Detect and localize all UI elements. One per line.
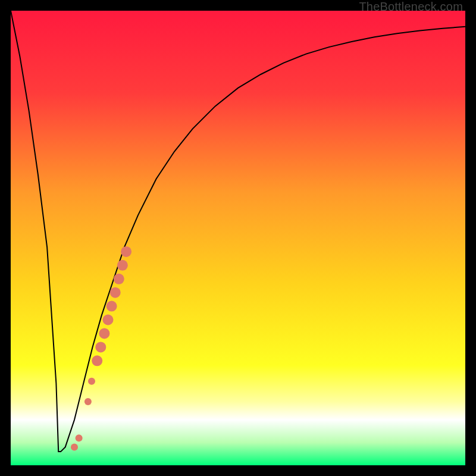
watermark-text: TheBottleneck.com: [359, 0, 463, 14]
marker-point: [121, 246, 131, 257]
marker-point: [103, 315, 114, 325]
marker-point: [107, 301, 117, 312]
marker-point: [71, 443, 78, 450]
plot-area: [11, 11, 465, 465]
marker-point: [110, 287, 121, 298]
highlight-markers: [71, 246, 131, 451]
chart-stage: TheBottleneck.com: [0, 0, 476, 476]
marker-point: [76, 434, 83, 441]
marker-point: [88, 378, 95, 385]
marker-point: [95, 342, 106, 352]
marker-point: [92, 355, 102, 366]
marker-point: [84, 398, 92, 405]
curve-overlay: [11, 11, 465, 465]
bottleneck-curve: [11, 11, 465, 452]
marker-point: [99, 328, 109, 339]
marker-point: [114, 274, 124, 284]
marker-point: [117, 260, 128, 271]
